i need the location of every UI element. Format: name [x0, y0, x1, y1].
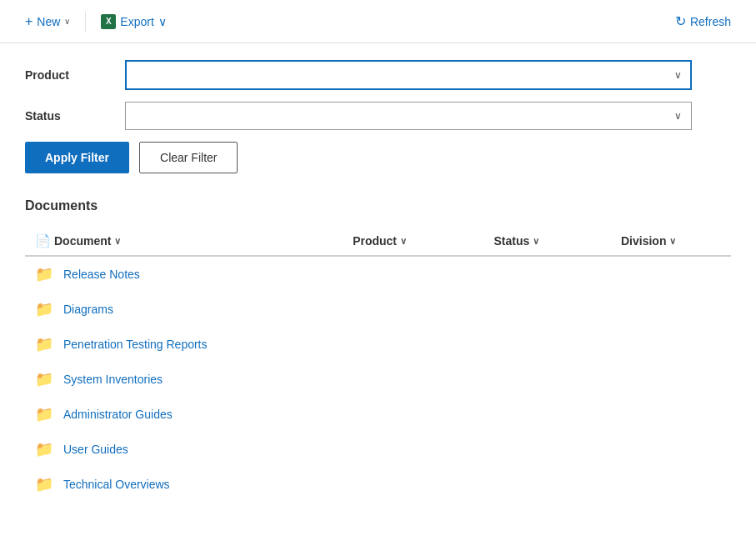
- document-sort-icon[interactable]: ∨: [114, 236, 121, 247]
- toolbar: + New ∨ X Export ∨ ↻ Refresh: [0, 0, 756, 43]
- status-cell-5: [484, 432, 611, 467]
- division-cell-5: [611, 432, 731, 467]
- product-cell-2: [343, 327, 483, 362]
- status-cell-0: [484, 256, 611, 292]
- col-status-label: Status: [494, 234, 530, 248]
- division-cell-0: [611, 256, 731, 292]
- doc-cell-5: 📁 User Guides: [25, 432, 343, 467]
- doc-link[interactable]: Release Notes: [63, 268, 140, 281]
- toolbar-left: + New ∨ X Export ∨: [17, 9, 660, 34]
- product-cell-5: [343, 432, 483, 467]
- doc-cell-inner: 📁 Diagrams: [35, 300, 333, 318]
- documents-table: 📄 Document ∨ Product ∨ Status ∨: [25, 227, 731, 502]
- product-filter-row: Product ∨: [25, 60, 731, 90]
- col-header-product: Product ∨: [343, 227, 483, 256]
- doc-link[interactable]: System Inventories: [63, 373, 163, 386]
- division-sort-icon[interactable]: ∨: [669, 236, 676, 247]
- table-header-row: 📄 Document ∨ Product ∨ Status ∨: [25, 227, 731, 256]
- excel-icon: X: [101, 14, 116, 29]
- new-label: New: [37, 15, 60, 28]
- status-cell-4: [484, 397, 611, 432]
- folder-icon: 📁: [35, 300, 53, 318]
- division-cell-1: [611, 292, 731, 327]
- doc-link[interactable]: Penetration Testing Reports: [63, 338, 208, 351]
- folder-icon: 📁: [35, 405, 53, 423]
- clear-filter-button[interactable]: Clear Filter: [139, 142, 238, 173]
- doc-cell-2: 📁 Penetration Testing Reports: [25, 327, 343, 362]
- doc-link[interactable]: Diagrams: [63, 303, 113, 316]
- doc-cell-1: 📁 Diagrams: [25, 292, 343, 327]
- col-division-label: Division: [621, 234, 666, 248]
- status-cell-1: [484, 292, 611, 327]
- export-chevron-icon: ∨: [158, 15, 167, 28]
- document-file-icon: 📄: [35, 233, 51, 248]
- product-cell-6: [343, 467, 483, 502]
- refresh-icon: ↻: [675, 13, 686, 29]
- table-row: 📁 User Guides: [25, 432, 731, 467]
- documents-title: Documents: [25, 198, 731, 213]
- documents-section: Documents 📄 Document ∨ Product ∨: [0, 190, 756, 518]
- plus-icon: +: [25, 14, 33, 29]
- product-sort-icon[interactable]: ∨: [400, 236, 407, 247]
- table-row: 📁 Release Notes: [25, 256, 731, 292]
- doc-link[interactable]: Administrator Guides: [63, 408, 173, 421]
- doc-cell-inner: 📁 User Guides: [35, 440, 333, 458]
- doc-link[interactable]: User Guides: [63, 443, 128, 456]
- new-button[interactable]: + New ∨: [17, 9, 78, 34]
- apply-filter-button[interactable]: Apply Filter: [25, 142, 129, 173]
- refresh-label: Refresh: [690, 15, 731, 28]
- doc-cell-0: 📁 Release Notes: [25, 256, 343, 292]
- doc-cell-inner: 📁 System Inventories: [35, 370, 333, 388]
- product-select[interactable]: [125, 60, 692, 90]
- doc-cell-inner: 📁 Penetration Testing Reports: [35, 335, 333, 353]
- refresh-button[interactable]: ↻ Refresh: [667, 8, 739, 34]
- folder-icon: 📁: [35, 440, 53, 458]
- col-product-label: Product: [353, 234, 397, 248]
- folder-icon: 📁: [35, 475, 53, 493]
- new-chevron-icon: ∨: [64, 17, 70, 26]
- product-cell-0: [343, 256, 483, 292]
- product-cell-1: [343, 292, 483, 327]
- doc-cell-3: 📁 System Inventories: [25, 362, 343, 397]
- status-select[interactable]: [125, 102, 692, 130]
- division-cell-6: [611, 467, 731, 502]
- status-cell-3: [484, 362, 611, 397]
- table-row: 📁 Diagrams: [25, 292, 731, 327]
- product-cell-4: [343, 397, 483, 432]
- folder-icon: 📁: [35, 370, 53, 388]
- filter-section: Product ∨ Status ∨ Apply Filter Clear Fi…: [0, 43, 756, 190]
- status-cell-6: [484, 467, 611, 502]
- status-select-wrapper: ∨: [125, 102, 692, 130]
- col-document-label: Document: [54, 234, 111, 248]
- doc-cell-inner: 📁 Administrator Guides: [35, 405, 333, 423]
- product-filter-label: Product: [25, 68, 125, 82]
- folder-icon: 📁: [35, 335, 53, 353]
- status-filter-row: Status ∨: [25, 102, 731, 130]
- table-row: 📁 Technical Overviews: [25, 467, 731, 502]
- table-row: 📁 System Inventories: [25, 362, 731, 397]
- export-button[interactable]: X Export ∨: [93, 9, 174, 34]
- filter-buttons: Apply Filter Clear Filter: [25, 142, 731, 173]
- doc-cell-4: 📁 Administrator Guides: [25, 397, 343, 432]
- col-header-division: Division ∨: [611, 227, 731, 256]
- status-sort-icon[interactable]: ∨: [533, 236, 539, 247]
- doc-link[interactable]: Technical Overviews: [63, 478, 170, 491]
- status-filter-label: Status: [25, 109, 125, 123]
- status-cell-2: [484, 327, 611, 362]
- division-cell-4: [611, 397, 731, 432]
- table-row: 📁 Administrator Guides: [25, 397, 731, 432]
- product-cell-3: [343, 362, 483, 397]
- doc-cell-6: 📁 Technical Overviews: [25, 467, 343, 502]
- col-header-document: 📄 Document ∨: [25, 227, 343, 256]
- table-row: 📁 Penetration Testing Reports: [25, 327, 731, 362]
- division-cell-2: [611, 327, 731, 362]
- doc-cell-inner: 📁 Release Notes: [35, 265, 333, 283]
- export-label: Export: [120, 15, 153, 28]
- col-header-status: Status ∨: [484, 227, 611, 256]
- doc-cell-inner: 📁 Technical Overviews: [35, 475, 333, 493]
- division-cell-3: [611, 362, 731, 397]
- toolbar-divider: [85, 12, 86, 32]
- product-select-wrapper: ∨: [125, 60, 692, 90]
- folder-icon: 📁: [35, 265, 53, 283]
